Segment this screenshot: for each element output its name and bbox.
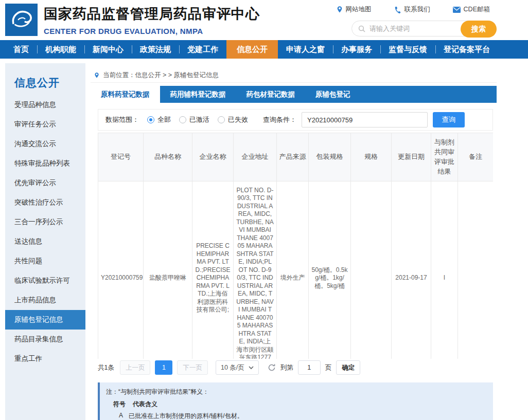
search-button[interactable]: 搜索 [461, 21, 497, 38]
col-company-address: 企业地址 [234, 133, 277, 181]
sidebar-item-three-in-one[interactable]: 三合一序列公示 [5, 212, 85, 232]
site-title-block: 国家药品监督管理局药品审评中心 CENTER FOR DRUG EVALUATI… [44, 5, 260, 35]
radio-unselected-icon [179, 116, 186, 123]
radio-activated-label: 已激活 [189, 115, 209, 124]
radio-option-all[interactable]: 全部 [147, 115, 171, 124]
radio-all-label: 全部 [157, 115, 171, 124]
contact-label: 联系我们 [404, 5, 430, 14]
radio-expired-label: 已失效 [228, 115, 248, 124]
nav-item-policies[interactable]: 政策法规 [132, 40, 179, 59]
sidebar-list: 受理品种信息 审评任务公示 沟通交流公示 特殊审批品种列表 优先审评公示 突破性… [5, 95, 85, 369]
sitemap-label: 网站地图 [346, 5, 372, 14]
cde-mail-link[interactable]: CDE邮箱 [453, 5, 490, 14]
sidebar-item-key-work[interactable]: 重点工作 [5, 349, 85, 369]
col-company-name: 企业名称 [192, 133, 234, 181]
phone-icon [394, 6, 401, 13]
cell-variety-name: 盐酸萘甲唑啉 [144, 181, 192, 359]
note-title: 注：“与制剂共同审评审批结果”释义： [106, 388, 486, 396]
query-button[interactable]: 查询 [433, 112, 465, 127]
nav-item-party[interactable]: 党建工作 [179, 40, 226, 59]
tab-excipient-registration-data[interactable]: 药用辅料登记数据 [160, 86, 236, 103]
contact-link[interactable]: 联系我们 [394, 5, 430, 14]
nav-item-functions[interactable]: 机构职能 [37, 40, 84, 59]
tab-raw-excipient-registration[interactable]: 原辅包登记 [305, 86, 361, 103]
site-subtitle: CENTER FOR DRUG EVALUATION, NMPA [44, 27, 260, 35]
col-product-source: 产品来源 [277, 133, 309, 181]
nav-item-news[interactable]: 新闻中心 [84, 40, 132, 59]
results-table: 登记号 品种名称 企业名称 企业地址 产品来源 包装规格 规格 更新日期 与制剂… [98, 133, 493, 359]
site-title: 国家药品监督管理局药品审评中心 [44, 5, 260, 23]
site-header: 国家药品监督管理局药品审评中心 CENTER FOR DRUG EVALUATI… [0, 0, 528, 40]
query-label: 查询条件： [263, 115, 296, 124]
prev-page-button[interactable]: 上一页 [120, 360, 151, 375]
cell-package-spec: 50g/桶。0.5kg/桶。1kg/桶。5kg/桶 [309, 181, 351, 359]
cell-spec [351, 181, 392, 359]
next-page-button[interactable]: 下一页 [177, 360, 208, 375]
search-icon [358, 25, 365, 32]
nav-item-supervision[interactable]: 监督与反馈 [380, 40, 435, 59]
radio-option-expired[interactable]: 已失效 [218, 115, 248, 124]
breadcrumb-text: 当前位置：信息公开 > > 原辅包登记信息 [103, 71, 219, 80]
page-size-select[interactable]: 10 条/页 [216, 360, 259, 375]
cde-swirl-icon [7, 6, 36, 34]
filter-bar: 数据范围： 全部 已激活 已失效 查询条件： 查询 [98, 109, 493, 131]
page-size-value: 10 条/页 [221, 363, 244, 372]
note-symbol-a: A [113, 412, 129, 420]
note-item-a: A 已批准在上市制剂使用的原料/辅料/包材。 [106, 412, 486, 420]
radio-option-activated[interactable]: 已激活 [179, 115, 209, 124]
cde-logo[interactable] [5, 4, 38, 36]
table-row: Y20210000759 盐酸萘甲唑啉 PRECISE CHEMIPHARMA … [98, 181, 494, 359]
sidebar-item-review-tasks[interactable]: 审评任务公示 [5, 115, 85, 134]
tab-api-registration-data[interactable]: 原料药登记数据 [91, 86, 160, 103]
legend-note: 注：“与制剂共同审评审批结果”释义： 符号 代表含义 A 已批准在上市制剂使用的… [98, 382, 493, 420]
site-search-bar: 搜索 [351, 21, 497, 36]
breadcrumb-divider [91, 82, 497, 83]
col-remarks: 备注 [458, 133, 494, 181]
sidebar-item-priority-review[interactable]: 优先审评公示 [5, 173, 85, 193]
nav-item-info-disclosure[interactable]: 信息公开 [226, 40, 278, 59]
page-1-button[interactable]: 1 [155, 360, 172, 375]
sidebar-item-drug-catalog[interactable]: 药品目录集信息 [5, 330, 85, 349]
note-symbol-header: 符号 [113, 400, 126, 409]
cell-company-name: PRECISE CHEMIPHARMA PVT. LTD.;PRECISE CH… [192, 181, 234, 359]
col-registration-no: 登记号 [98, 133, 144, 181]
sidebar-item-communication[interactable]: 沟通交流公示 [5, 134, 85, 154]
nav-item-applicant-window[interactable]: 申请人之窗 [278, 40, 333, 59]
sidebar-item-marketed-drugs[interactable]: 上市药品信息 [5, 290, 85, 310]
cde-mail-label: CDE邮箱 [464, 5, 490, 14]
confirm-button[interactable]: 确定 [336, 360, 360, 375]
sidebar-item-breakthrough-therapy[interactable]: 突破性治疗公示 [5, 193, 85, 212]
breadcrumb-pin-icon [94, 72, 99, 79]
query-group: 查询条件： 查询 [263, 112, 465, 127]
goto-label: 到第 [280, 363, 293, 372]
nav-item-services[interactable]: 办事服务 [333, 40, 380, 59]
radio-selected-icon [147, 116, 154, 123]
sidebar-item-clinical-trial-license[interactable]: 临床试验默示许可 [5, 271, 85, 290]
col-spec: 规格 [351, 133, 392, 181]
sidebar-item-common-issues[interactable]: 共性问题 [5, 251, 85, 271]
quick-links: 网站地图 联系我们 CDE邮箱 [337, 5, 490, 14]
envelope-icon [453, 7, 461, 13]
cell-update-date: 2021-09-17 [392, 181, 431, 359]
results-table-wrap: 登记号 品种名称 企业名称 企业地址 产品来源 包装规格 规格 更新日期 与制剂… [98, 133, 493, 359]
goto-page-input[interactable] [298, 360, 321, 375]
pagination: 共1条 上一页 1 下一页 10 条/页 到第 页 确定 [98, 360, 360, 375]
tab-packaging-registration-data[interactable]: 药包材登记数据 [236, 86, 306, 103]
sidebar-item-special-approval[interactable]: 特殊审批品种列表 [5, 154, 85, 173]
sidebar-item-delivery-info[interactable]: 送达信息 [5, 232, 85, 251]
cell-joint-review-result: I [431, 181, 458, 359]
refresh-icon[interactable] [268, 363, 276, 372]
note-header-row: 符号 代表含义 [106, 400, 486, 409]
cell-remarks [458, 181, 494, 359]
nav-item-home[interactable]: 首页 [5, 40, 37, 59]
note-meaning-header: 代表含义 [133, 400, 157, 409]
sidebar-item-raw-excipient-registration[interactable]: 原辅包登记信息 [5, 310, 85, 330]
sitemap-link[interactable]: 网站地图 [337, 5, 372, 14]
query-input[interactable] [302, 112, 428, 127]
sidebar-item-accepted-varieties[interactable]: 受理品种信息 [5, 95, 85, 115]
scope-label: 数据范围： [105, 115, 139, 124]
nav-item-registration-platform[interactable]: 登记备案平台 [435, 40, 498, 59]
cell-registration-no: Y20210000759 [98, 181, 144, 359]
cell-product-source: 境外生产 [277, 181, 309, 359]
col-update-date: 更新日期 [392, 133, 431, 181]
